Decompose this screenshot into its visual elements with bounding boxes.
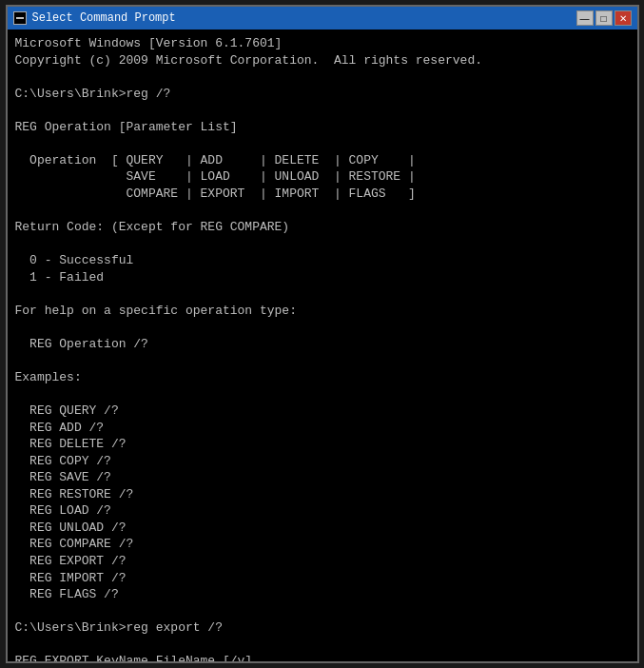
maximize-button[interactable]: □ bbox=[595, 10, 613, 26]
titlebar-buttons: — □ ✕ bbox=[576, 10, 632, 26]
window-title: Select Command Prompt bbox=[32, 11, 176, 25]
terminal-output[interactable]: Microsoft Windows [Version 6.1.7601] Cop… bbox=[8, 29, 637, 661]
svg-rect-1 bbox=[16, 17, 24, 19]
command-prompt-window: Select Command Prompt — □ ✕ Microsoft Wi… bbox=[6, 5, 639, 663]
titlebar-left: Select Command Prompt bbox=[13, 11, 176, 25]
titlebar: Select Command Prompt — □ ✕ bbox=[8, 7, 637, 29]
minimize-button[interactable]: — bbox=[576, 10, 594, 26]
terminal-area: Microsoft Windows [Version 6.1.7601] Cop… bbox=[8, 29, 637, 661]
cmd-icon bbox=[13, 11, 27, 25]
close-button[interactable]: ✕ bbox=[615, 10, 632, 26]
